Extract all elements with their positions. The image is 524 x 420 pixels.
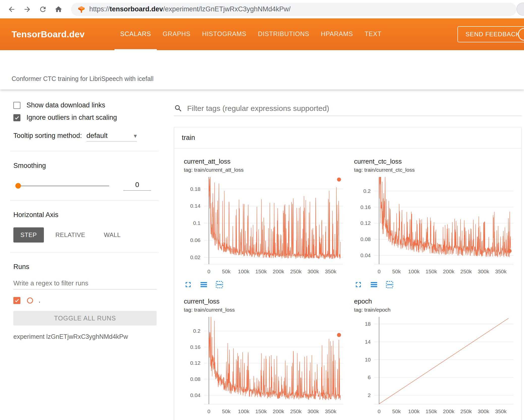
svg-text:0.04: 0.04 — [360, 252, 371, 258]
smoothing-row: 0 — [13, 181, 159, 191]
svg-text:100k: 100k — [408, 408, 420, 414]
svg-text:0: 0 — [207, 268, 210, 274]
svg-text:250k: 250k — [460, 268, 472, 274]
run-color-swatch — [27, 297, 33, 304]
axis-wall-button[interactable]: WALL — [97, 227, 128, 243]
svg-text:0.08: 0.08 — [190, 376, 200, 382]
svg-text:200k: 200k — [443, 408, 455, 414]
svg-text:250k: 250k — [290, 268, 302, 274]
ignore-outliers-checkbox[interactable] — [13, 114, 20, 121]
filter-tags-input[interactable] — [187, 104, 521, 113]
chart-tag: tag: train/current_att_loss — [181, 167, 351, 173]
filter-tags-row — [174, 104, 521, 116]
chart-current-loss: current_loss tag: train/current_loss 0.0… — [181, 297, 351, 420]
run-row[interactable]: . — [13, 296, 159, 304]
experiment-title: Conformer CTC training for LibriSpeech w… — [12, 75, 154, 82]
svg-text:0.16: 0.16 — [190, 344, 200, 350]
back-icon[interactable] — [8, 5, 16, 13]
forward-icon[interactable] — [23, 5, 31, 13]
svg-text:150k: 150k — [426, 268, 437, 274]
train-group-card: train current_att_loss tag: train/curren… — [174, 127, 521, 420]
show-download-links-row[interactable]: Show data download links — [13, 101, 159, 109]
svg-text:50k: 50k — [222, 408, 230, 414]
fit-domain-icon[interactable] — [385, 280, 394, 289]
svg-text:2: 2 — [368, 392, 371, 398]
svg-text:0.18: 0.18 — [190, 186, 200, 192]
axis-relative-button[interactable]: RELATIVE — [48, 227, 92, 243]
main-panel: train current_att_loss tag: train/curren… — [164, 89, 524, 420]
url-bar[interactable]: https://tensorboard.dev/experiment/lzGnE… — [71, 3, 516, 16]
home-icon[interactable] — [54, 5, 63, 13]
chart-canvas[interactable]: 0.040.080.120.160.2050k100k150k200k250k3… — [351, 175, 521, 277]
group-title[interactable]: train — [174, 127, 521, 148]
axis-step-button[interactable]: STEP — [13, 227, 44, 243]
chart-toolbar — [181, 280, 351, 289]
svg-text:0.06: 0.06 — [190, 237, 200, 243]
chart-tag: tag: train/epoch — [351, 307, 521, 313]
chart-current-att-loss: current_att_loss tag: train/current_att_… — [181, 158, 351, 289]
reload-icon[interactable] — [39, 5, 47, 13]
horizontal-axis-label: Horizontal Axis — [13, 211, 159, 219]
sidebar-divider — [10, 252, 159, 252]
toggle-y-axis-icon[interactable] — [370, 280, 378, 289]
app-header: TensorBoard.dev SCALARS GRAPHS HISTOGRAM… — [0, 18, 524, 50]
chart-canvas[interactable]: 0.020.060.10.140.18050k100k150k200k250k3… — [181, 175, 351, 277]
tooltip-sorting-row: Tooltip sorting method: default ▾ — [13, 132, 159, 141]
svg-text:0.08: 0.08 — [360, 236, 371, 242]
runs-filter-input[interactable] — [13, 277, 157, 289]
svg-text:200k: 200k — [273, 268, 284, 274]
show-download-links-checkbox[interactable] — [13, 102, 20, 109]
slider-thumb[interactable] — [15, 183, 21, 189]
svg-text:0.1: 0.1 — [193, 220, 200, 226]
svg-text:0.2: 0.2 — [193, 328, 200, 334]
smoothing-slider[interactable] — [15, 183, 109, 189]
fit-domain-icon[interactable] — [215, 280, 224, 289]
toggle-y-axis-icon[interactable] — [199, 280, 208, 289]
tab-graphs[interactable]: GRAPHS — [157, 18, 196, 50]
svg-text:0: 0 — [377, 268, 381, 274]
svg-text:50k: 50k — [222, 268, 230, 274]
smoothing-value[interactable]: 0 — [123, 181, 151, 191]
tab-distributions[interactable]: DISTRIBUTIONS — [252, 18, 315, 50]
browser-chrome: https://tensorboard.dev/experiment/lzGnE… — [0, 0, 524, 18]
brand-logo[interactable]: TensorBoard.dev — [12, 29, 85, 39]
send-feedback-button[interactable]: SEND FEEDBACK — [457, 26, 524, 42]
svg-text:350k: 350k — [325, 408, 337, 414]
svg-text:250k: 250k — [290, 408, 302, 414]
sidebar-divider — [10, 151, 159, 151]
experiment-title-bar: Conformer CTC training for LibriSpeech w… — [0, 50, 524, 89]
toggle-all-runs-button[interactable]: TOGGLE ALL RUNS — [13, 311, 157, 325]
tab-hparams[interactable]: HPARAMS — [315, 18, 359, 50]
show-download-links-label: Show data download links — [26, 101, 105, 109]
svg-text:150k: 150k — [255, 408, 267, 414]
chart-canvas[interactable]: 0.040.080.120.160.2050k100k150k200k250k3… — [181, 315, 351, 417]
tooltip-sorting-select[interactable]: default ▾ — [86, 132, 137, 141]
svg-text:300k: 300k — [478, 408, 489, 414]
chart-epoch: epoch tag: train/epoch 26101418050k100k1… — [351, 297, 521, 420]
fullscreen-icon[interactable] — [184, 280, 192, 289]
svg-text:0: 0 — [377, 408, 381, 414]
svg-text:100k: 100k — [238, 268, 250, 274]
horizontal-axis-buttons: STEP RELATIVE WALL — [13, 227, 159, 243]
chart-canvas[interactable]: 26101418050k100k150k200k250k300k350k — [351, 315, 521, 417]
sidebar-divider — [10, 200, 159, 200]
svg-text:350k: 350k — [495, 268, 507, 274]
tab-scalars[interactable]: SCALARS — [114, 18, 157, 50]
svg-text:10: 10 — [365, 357, 371, 363]
fullscreen-icon[interactable] — [354, 280, 363, 289]
svg-text:0.14: 0.14 — [190, 203, 200, 209]
svg-text:0: 0 — [207, 408, 210, 414]
tab-text[interactable]: TEXT — [359, 18, 387, 50]
svg-text:350k: 350k — [325, 268, 337, 274]
chart-grid: current_att_loss tag: train/current_att_… — [174, 148, 521, 420]
chevron-down-icon: ▾ — [134, 132, 137, 139]
svg-text:0.12: 0.12 — [360, 220, 371, 226]
ignore-outliers-row[interactable]: Ignore outliers in chart scaling — [13, 114, 159, 122]
slider-track — [15, 186, 109, 186]
smoothing-label: Smoothing — [13, 162, 159, 170]
tab-histograms[interactable]: HISTOGRAMS — [196, 18, 252, 50]
browser-avatar[interactable] — [516, 3, 524, 16]
svg-text:0.2: 0.2 — [363, 188, 371, 194]
run-checkbox[interactable] — [13, 297, 20, 304]
svg-text:100k: 100k — [238, 408, 250, 414]
